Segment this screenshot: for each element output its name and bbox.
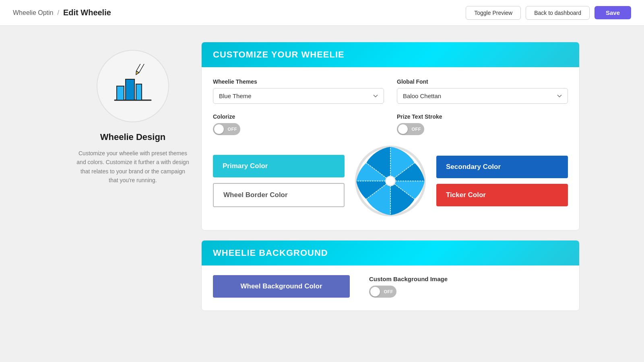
breadcrumb-separator: /: [58, 9, 59, 16]
ticker-color-button[interactable]: Ticker Color: [436, 184, 568, 206]
wheel-icon-circle: [97, 50, 169, 122]
back-to-dashboard-button[interactable]: Back to dashboard: [526, 6, 590, 20]
left-panel: Wheelie Design Customize your wheelie wi…: [64, 42, 201, 311]
wheelie-design-icon: [111, 64, 155, 108]
svg-rect-1: [117, 86, 124, 100]
wheel-svg: [354, 145, 427, 217]
custom-bg-toggle-knob: [370, 287, 380, 296]
customize-section-header: CUSTOMIZE YOUR WHEELIE: [202, 42, 579, 67]
background-section-body: Wheel Background Color Custom Background…: [202, 265, 579, 311]
page-title: Edit Wheelie: [63, 8, 111, 17]
toggle-preview-button[interactable]: Toggle Preview: [466, 6, 521, 20]
prize-text-stroke-toggle[interactable]: OFF: [397, 123, 424, 135]
svg-rect-3: [136, 84, 142, 100]
breadcrumb: Wheelie Optin / Edit Wheelie: [13, 8, 111, 17]
colorize-toggle-knob: [214, 124, 224, 134]
color-buttons-right: Secondary Color Ticker Color: [436, 156, 568, 206]
header-actions: Toggle Preview Back to dashboard Save: [466, 6, 631, 20]
customize-section-title: CUSTOMIZE YOUR WHEELIE: [213, 49, 345, 60]
page-content: Wheelie Design Customize your wheelie wi…: [40, 26, 604, 327]
customize-section-card: CUSTOMIZE YOUR WHEELIE Wheelie Themes Bl…: [201, 42, 580, 230]
colorize-label: Colorize: [213, 113, 384, 120]
save-button[interactable]: Save: [594, 6, 631, 19]
themes-group: Wheelie Themes Blue Theme Red Theme Gree…: [213, 78, 384, 104]
themes-select[interactable]: Blue Theme Red Theme Green Theme Purple …: [213, 88, 384, 104]
color-grid: Primary Color Wheel Border Color: [213, 145, 568, 217]
prize-text-stroke-label: Prize Text Stroke: [397, 113, 568, 120]
prize-text-stroke-toggle-label: OFF: [412, 127, 421, 132]
secondary-color-button[interactable]: Secondary Color: [436, 156, 568, 178]
custom-bg-toggle-label: OFF: [384, 289, 394, 294]
color-buttons-left: Primary Color Wheel Border Color: [213, 155, 345, 207]
background-section-title: WHEELIE BACKGROUND: [213, 248, 328, 258]
background-section-card: WHEELIE BACKGROUND Wheel Background Colo…: [201, 240, 580, 311]
background-section-header: WHEELIE BACKGROUND: [202, 241, 579, 265]
customize-section-body: Wheelie Themes Blue Theme Red Theme Gree…: [202, 67, 579, 230]
colorize-toggle-label: OFF: [228, 127, 237, 132]
custom-bg-label: Custom Background Image: [369, 276, 448, 282]
themes-font-row: Wheelie Themes Blue Theme Red Theme Gree…: [213, 78, 568, 104]
prize-text-stroke-group: Prize Text Stroke OFF: [397, 113, 568, 135]
app-header: Wheelie Optin / Edit Wheelie Toggle Prev…: [0, 0, 644, 26]
font-label: Global Font: [397, 78, 568, 85]
svg-rect-2: [126, 79, 134, 100]
panel-description: Customize your wheelie with preset theme…: [76, 149, 189, 185]
svg-point-16: [386, 176, 395, 186]
wheel-background-color-button[interactable]: Wheel Background Color: [213, 275, 350, 298]
toggles-row: Colorize OFF Prize Text Stroke OFF: [213, 113, 568, 135]
panel-title: Wheelie Design: [100, 132, 166, 142]
wheel-border-color-button[interactable]: Wheel Border Color: [213, 183, 345, 207]
primary-color-button[interactable]: Primary Color: [213, 155, 345, 177]
colorize-toggle[interactable]: OFF: [213, 123, 240, 135]
prize-text-stroke-toggle-knob: [398, 124, 408, 134]
custom-bg-toggle[interactable]: OFF: [369, 286, 396, 298]
app-name: Wheelie Optin: [13, 9, 54, 16]
wheel-preview: [354, 145, 427, 217]
svg-rect-4: [136, 64, 145, 73]
colorize-group: Colorize OFF: [213, 113, 384, 135]
font-select[interactable]: Baloo Chettan Roboto Open Sans Lato: [397, 88, 568, 104]
right-panel: CUSTOMIZE YOUR WHEELIE Wheelie Themes Bl…: [201, 42, 580, 311]
themes-label: Wheelie Themes: [213, 78, 384, 85]
custom-background-group: Custom Background Image OFF: [369, 276, 448, 298]
font-group: Global Font Baloo Chettan Roboto Open Sa…: [397, 78, 568, 104]
